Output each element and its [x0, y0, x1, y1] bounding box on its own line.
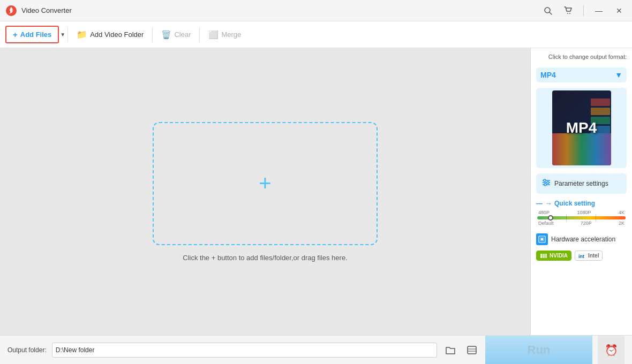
- svg-rect-7: [591, 108, 610, 115]
- app-title: Video Converter: [21, 6, 540, 14]
- nvidia-label: NVIDIA: [550, 253, 568, 259]
- quality-label-720p: 720P: [581, 221, 592, 226]
- quality-labels-bottom: Default 720P 2K: [537, 221, 626, 226]
- hardware-acceleration-label: Hardware acceleration: [551, 236, 615, 243]
- svg-point-15: [544, 184, 546, 186]
- format-name: MP4: [540, 71, 556, 79]
- hardware-acceleration-section: Hardware acceleration: [536, 233, 627, 245]
- format-selector[interactable]: MP4 ▼: [536, 67, 627, 82]
- cart-icon[interactable]: [561, 3, 576, 18]
- parameter-settings-button[interactable]: Parameter settings: [536, 173, 627, 194]
- svg-point-4: [569, 13, 570, 14]
- bottom-bar: Output folder: Run ⏰: [0, 335, 632, 364]
- add-files-button[interactable]: + Add Files: [5, 26, 59, 43]
- minimize-button[interactable]: —: [591, 3, 606, 18]
- quality-labels-top: 480P 1080P 4K: [537, 210, 626, 215]
- main-content: + Click the + button to add files/folder…: [0, 48, 632, 335]
- titlebar-actions: — ✕: [540, 3, 627, 18]
- title-bar: Video Converter — ✕: [0, 0, 632, 21]
- right-panel: Click to change output format: MP4 ▼ MP4: [530, 48, 632, 335]
- quality-slider-container[interactable]: 480P 1080P 4K Default 720P 2K: [536, 208, 627, 228]
- intel-badge[interactable]: int Intel: [575, 251, 603, 261]
- folder-list-button[interactable]: [464, 343, 480, 358]
- quality-label-4k: 4K: [619, 210, 625, 215]
- parameter-settings-label: Parameter settings: [554, 180, 608, 187]
- quality-label-2k: 2K: [619, 221, 625, 226]
- quality-tick-2: [596, 214, 596, 222]
- intel-label: Intel: [588, 253, 599, 259]
- quick-setting-section: → Quick setting 480P 1080P 4K Default 7: [536, 199, 627, 228]
- format-preview: MP4: [536, 88, 627, 168]
- svg-point-3: [567, 13, 568, 14]
- svg-point-13: [544, 179, 546, 181]
- alarm-button[interactable]: ⏰: [598, 336, 625, 365]
- drop-zone-plus-icon: +: [259, 171, 271, 195]
- svg-rect-6: [591, 98, 610, 106]
- app-logo: [5, 5, 17, 17]
- add-files-label: Add Files: [20, 31, 52, 39]
- quality-slider-thumb[interactable]: [548, 215, 553, 221]
- quality-label-default: Default: [538, 221, 554, 226]
- clear-label: Clear: [174, 31, 191, 39]
- gpu-badges: NVIDIA int Intel: [536, 251, 627, 261]
- intel-logo: int: [578, 253, 586, 259]
- svg-text:int: int: [578, 254, 584, 259]
- format-dropdown-arrow: ▼: [615, 71, 622, 79]
- run-button[interactable]: Run: [485, 336, 592, 365]
- titlebar-separator: [583, 5, 584, 16]
- add-video-folder-icon: 📁: [77, 29, 87, 40]
- quality-tick-1: [566, 214, 567, 222]
- quick-setting-label: → Quick setting: [536, 199, 627, 208]
- hardware-acceleration-icon: [536, 233, 548, 245]
- quality-label-1080p: 1080P: [577, 210, 591, 215]
- close-button[interactable]: ✕: [612, 3, 627, 18]
- drop-zone-hint: Click the + button to add files/folder,o…: [183, 254, 347, 262]
- parameter-settings-icon: [541, 178, 551, 189]
- output-format-label: Click to change output format:: [536, 54, 627, 60]
- add-video-folder-label: Add Video Folder: [90, 31, 144, 39]
- open-folder-button[interactable]: [442, 343, 458, 358]
- nvidia-logo: [540, 253, 547, 259]
- run-label: Run: [528, 343, 551, 357]
- drop-zone[interactable]: +: [153, 122, 378, 245]
- quality-slider-track[interactable]: [537, 216, 626, 219]
- alarm-icon: ⏰: [605, 344, 618, 357]
- svg-point-14: [547, 181, 549, 184]
- mp4-thumb-label: MP4: [566, 119, 597, 136]
- svg-line-2: [550, 12, 552, 14]
- output-folder-label: Output folder:: [7, 346, 47, 354]
- toolbar-separator-3: [199, 27, 200, 42]
- quality-label-480p: 480P: [538, 210, 550, 215]
- add-files-dropdown-arrow[interactable]: ▼: [60, 32, 65, 37]
- merge-button[interactable]: ⬜ Merge: [202, 27, 247, 43]
- search-icon[interactable]: [540, 3, 555, 18]
- output-folder-input[interactable]: [52, 343, 437, 358]
- merge-icon: ⬜: [208, 30, 219, 40]
- toolbar-separator-2: [152, 27, 153, 42]
- clear-icon: 🗑️: [161, 30, 171, 40]
- add-video-folder-button[interactable]: 📁 Add Video Folder: [70, 26, 150, 43]
- mp4-thumbnail: MP4: [552, 90, 611, 165]
- add-files-icon: +: [13, 30, 18, 39]
- drop-area-container: + Click the + button to add files/folder…: [0, 48, 530, 335]
- merge-label: Merge: [221, 31, 241, 39]
- svg-rect-20: [468, 346, 476, 354]
- toolbar: + Add Files ▼ 📁 Add Video Folder 🗑️ Clea…: [0, 21, 632, 48]
- svg-rect-18: [541, 238, 543, 240]
- clear-button[interactable]: 🗑️ Clear: [155, 27, 197, 43]
- toolbar-separator-1: [67, 27, 68, 42]
- quick-setting-arrow: →: [545, 199, 552, 208]
- nvidia-badge[interactable]: NVIDIA: [536, 251, 571, 261]
